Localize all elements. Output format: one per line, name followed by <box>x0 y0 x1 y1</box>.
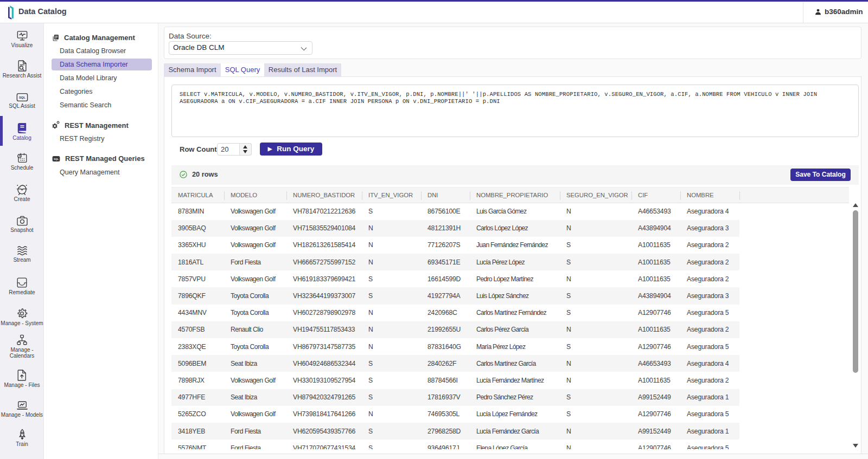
svg-text:SQL: SQL <box>18 96 25 99</box>
svg-text:SQL: SQL <box>54 158 59 160</box>
